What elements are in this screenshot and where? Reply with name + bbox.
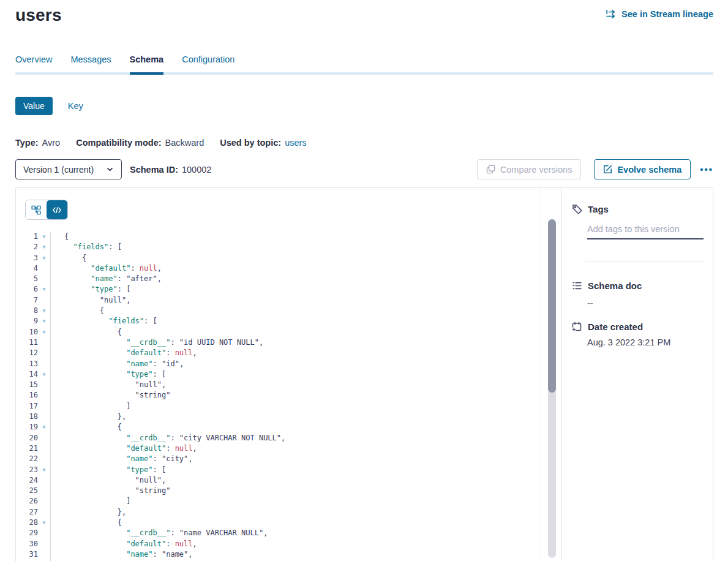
schema-code-editor[interactable]: 1▼{2▼ "fields": [3▼ {4 "default": null,5…	[16, 232, 561, 561]
line-number: 17	[16, 401, 38, 412]
tab-schema[interactable]: Schema	[130, 55, 164, 72]
code-line: 7 "null",	[16, 295, 561, 306]
code-line: 10▼ {	[16, 327, 561, 337]
fold-spacer	[38, 539, 50, 549]
line-number: 1	[16, 232, 38, 242]
code-token: "id"	[162, 360, 179, 368]
line-number: 4	[16, 263, 38, 274]
fold-spacer	[38, 486, 50, 496]
evolve-schema-button[interactable]: Evolve schema	[594, 159, 691, 179]
code-line: 29 "__crdb__": "name VARCHAR NULL",	[16, 528, 561, 538]
fold-toggle-icon[interactable]: ▼	[38, 284, 50, 295]
fold-toggle-icon[interactable]: ▼	[38, 465, 50, 475]
code-line-text: },	[50, 412, 126, 422]
fold-toggle-icon[interactable]: ▼	[38, 422, 50, 432]
code-token: ,	[188, 550, 192, 559]
value-toggle-button[interactable]: Value	[15, 97, 53, 115]
code-token: {	[82, 254, 86, 262]
code-line-text: {	[50, 253, 86, 263]
schema-panel: 1▼{2▼ "fields": [3▼ {4 "default": null,5…	[15, 187, 713, 561]
add-tags-input[interactable]	[587, 223, 704, 239]
compare-versions-label: Compare versions	[500, 165, 572, 175]
code-line: 24 "null",	[16, 475, 561, 486]
page-title: users	[15, 5, 62, 26]
code-token: null	[140, 264, 157, 273]
code-token: "default"	[126, 348, 166, 357]
stream-lineage-label: See in Stream lineage	[621, 9, 713, 19]
fold-toggle-icon[interactable]: ▼	[38, 232, 50, 242]
code-token: :	[170, 529, 179, 537]
fold-toggle-icon[interactable]: ▼	[38, 327, 50, 337]
code-token: "type"	[91, 285, 117, 293]
fold-toggle-icon[interactable]: ▼	[38, 369, 50, 380]
code-line: 6▼ "type": [	[16, 284, 561, 295]
code-view-button[interactable]	[47, 200, 67, 219]
schema-doc-section: Schema doc --	[572, 280, 704, 308]
tab-messages[interactable]: Messages	[70, 55, 111, 72]
see-in-stream-lineage-link[interactable]: See in Stream lineage	[606, 9, 713, 19]
code-token: :	[166, 444, 174, 453]
code-line: 25 "string"	[16, 486, 561, 496]
code-token: "null"	[135, 476, 162, 484]
fold-spacer	[38, 380, 50, 390]
code-token: :	[130, 264, 139, 273]
code-token: "__crdb__"	[126, 338, 170, 347]
code-line: 8▼ {	[16, 306, 561, 316]
line-number: 31	[16, 549, 38, 560]
schema-sidebar: Tags Schema doc --	[561, 188, 713, 561]
code-token: {	[100, 306, 104, 315]
line-number: 12	[16, 348, 38, 358]
code-token: "fields"	[108, 317, 144, 325]
fold-spacer	[38, 348, 50, 358]
line-number: 24	[16, 475, 38, 486]
fold-spacer	[38, 443, 50, 454]
fold-spacer	[38, 401, 50, 412]
code-token: {	[118, 518, 122, 527]
key-toggle-button[interactable]: Key	[68, 101, 83, 111]
tree-view-button[interactable]	[26, 200, 47, 219]
page: users See in Stream lineage OverviewMess…	[0, 0, 728, 561]
code-token: "type"	[126, 465, 152, 474]
schema-doc-header: Schema doc	[572, 280, 704, 291]
code-token: : [	[144, 317, 157, 325]
code-line-text: "default": null,	[50, 263, 162, 274]
code-token: "null"	[135, 380, 162, 389]
code-line: 19▼ {	[16, 422, 561, 432]
code-token: null	[175, 444, 193, 453]
fold-toggle-icon[interactable]: ▼	[38, 242, 50, 252]
code-line-text: "string"	[50, 486, 170, 496]
code-line-text: "fields": [	[50, 242, 122, 252]
code-line: 26 ]	[16, 496, 561, 506]
meta-value-link[interactable]: users	[285, 138, 306, 148]
line-number: 11	[16, 337, 38, 348]
chevron-down-icon	[106, 165, 114, 173]
code-line: 2▼ "fields": [	[16, 242, 561, 252]
fold-toggle-icon[interactable]: ▼	[38, 518, 50, 528]
code-line-text: "null",	[50, 475, 166, 486]
line-number: 26	[16, 496, 38, 506]
code-token: :	[153, 454, 162, 463]
code-token: : [	[153, 370, 167, 378]
scrollbar-thumb[interactable]	[548, 219, 556, 393]
compare-versions-button[interactable]: Compare versions	[477, 159, 582, 179]
fold-spacer	[38, 274, 50, 284]
fold-spacer	[38, 475, 50, 486]
vertical-scrollbar[interactable]	[548, 219, 556, 558]
date-created-title: Date created	[588, 322, 643, 332]
more-actions-button[interactable]: •••	[700, 167, 713, 173]
code-token: "default"	[126, 540, 166, 548]
line-number: 5	[16, 274, 38, 284]
tab-overview[interactable]: Overview	[15, 55, 52, 72]
fold-toggle-icon[interactable]: ▼	[38, 253, 50, 263]
code-token: null	[175, 348, 193, 357]
tags-section: Tags	[572, 204, 704, 239]
code-line: 16 "string"	[16, 390, 561, 401]
tab-configuration[interactable]: Configuration	[182, 55, 235, 72]
fold-toggle-icon[interactable]: ▼	[38, 316, 50, 326]
code-line-text: "__crdb__": "id UUID NOT NULL",	[50, 337, 263, 348]
fold-toggle-icon[interactable]: ▼	[38, 306, 50, 316]
version-select[interactable]: Version 1 (current)	[15, 159, 122, 179]
schema-id-value: 100002	[182, 165, 211, 175]
code-token: :	[153, 360, 162, 368]
line-number: 23	[16, 465, 38, 475]
